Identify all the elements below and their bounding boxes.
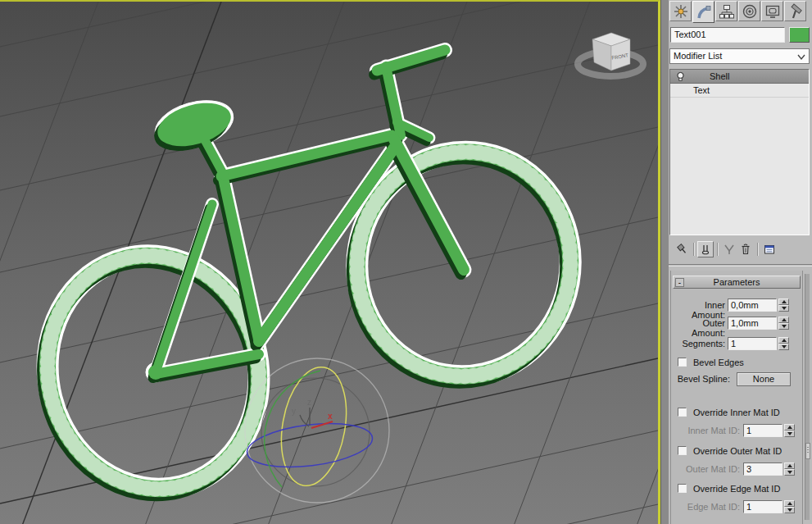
- configure-modifier-sets-button[interactable]: [761, 241, 778, 257]
- bevel-edges-label: Bevel Edges: [693, 358, 744, 367]
- spinner-down-icon[interactable]: [784, 469, 795, 476]
- toolbar-separator: [757, 243, 758, 256]
- outer-amount-label: Outer Amount:: [671, 318, 725, 338]
- spinner-up-icon[interactable]: [778, 298, 789, 305]
- inner-amount-row: Inner Amount: 0,0mm: [671, 298, 802, 312]
- modifier-list-dropdown[interactable]: Modifier List: [669, 48, 810, 64]
- override-edge-mat-checkbox[interactable]: [678, 484, 687, 493]
- override-edge-row: Override Edge Mat ID: [671, 482, 802, 496]
- modify-icon: [696, 4, 712, 21]
- rollout-collapse-icon[interactable]: -: [675, 278, 684, 287]
- outer-amount-spinner[interactable]: [778, 317, 789, 330]
- override-inner-mat-label: Override Inner Mat ID: [693, 408, 780, 417]
- tab-hierarchy[interactable]: [715, 1, 737, 21]
- edge-mat-id-label: Edge Mat ID:: [671, 502, 740, 512]
- segments-label: Segments:: [671, 339, 725, 349]
- outer-mat-id-row: Outer Mat ID: 3: [671, 462, 802, 476]
- segments-spinner[interactable]: [778, 337, 789, 350]
- bevel-spline-none-button[interactable]: None: [737, 372, 791, 386]
- object-name-field[interactable]: Text001: [670, 27, 785, 43]
- edge-mat-id-row: Edge Mat ID: 1: [671, 500, 802, 514]
- spinner-up-icon[interactable]: [778, 317, 789, 323]
- make-unique-icon: [723, 243, 736, 256]
- rollout-title: Parameters: [714, 277, 760, 287]
- edge-mat-id-field[interactable]: 1: [743, 500, 783, 513]
- rotate-gizmo[interactable]: z y x: [245, 358, 389, 503]
- axis-z-label: z: [307, 398, 311, 407]
- spinner-up-icon[interactable]: [784, 462, 795, 469]
- command-panel: Text001 Modifier List Shell Text: [669, 0, 812, 524]
- create-icon: [673, 3, 689, 20]
- outer-mat-id-spinner[interactable]: [784, 462, 795, 476]
- bevel-edges-checkbox[interactable]: [678, 358, 687, 367]
- rollout-scrollbar[interactable]: [805, 274, 810, 520]
- axis-x-label: x: [328, 412, 333, 421]
- override-edge-mat-label: Override Edge Mat ID: [693, 484, 780, 494]
- override-inner-mat-checkbox[interactable]: [678, 408, 687, 417]
- bevel-spline-row: Bevel Spline: None: [671, 372, 802, 386]
- tab-utilities[interactable]: [784, 1, 806, 21]
- outer-mat-id-field[interactable]: 3: [743, 462, 783, 476]
- motion-icon: [742, 3, 758, 20]
- segments-field[interactable]: 1: [728, 337, 777, 350]
- spinner-down-icon[interactable]: [778, 344, 789, 350]
- edge-mat-id-spinner[interactable]: [784, 500, 795, 513]
- inner-mat-id-spinner[interactable]: [784, 424, 795, 437]
- outer-amount-field[interactable]: 1,0mm: [728, 317, 777, 330]
- toolbar-separator: [693, 243, 694, 256]
- override-inner-row: Override Inner Mat ID: [671, 406, 802, 420]
- inner-amount-spinner[interactable]: [778, 298, 789, 312]
- override-outer-row: Override Outer Mat ID: [671, 444, 802, 458]
- remove-modifier-button[interactable]: [737, 241, 754, 257]
- spinner-up-icon[interactable]: [784, 424, 795, 431]
- viewcube[interactable]: FRONT: [578, 33, 643, 76]
- outer-mat-id-label: Outer Mat ID:: [671, 464, 740, 474]
- modifier-stack[interactable]: Shell Text: [669, 69, 810, 235]
- override-outer-mat-label: Override Outer Mat ID: [693, 446, 782, 456]
- inner-mat-id-label: Inner Mat ID:: [671, 426, 740, 435]
- parameters-rollout: - Parameters Inner Amount: 0,0mm Outer A…: [670, 271, 803, 524]
- tab-create[interactable]: [669, 1, 692, 21]
- pin-stack-button[interactable]: [674, 241, 690, 257]
- bevel-edges-row: Bevel Edges: [671, 356, 802, 370]
- modifier-stack-item-text[interactable]: Text: [670, 84, 809, 98]
- modifier-stack-item-shell[interactable]: Shell: [670, 70, 809, 84]
- panel-splitter[interactable]: [660, 0, 669, 524]
- panel-divider: [669, 264, 812, 267]
- tab-modify[interactable]: [692, 1, 714, 23]
- utilities-icon: [787, 3, 804, 20]
- toolbar-separator: [717, 243, 718, 256]
- tab-display[interactable]: [761, 1, 783, 21]
- display-icon: [764, 3, 781, 20]
- viewport-canvas[interactable]: z y x FRONT: [0, 2, 658, 524]
- spinner-down-icon[interactable]: [778, 305, 789, 312]
- inner-amount-field[interactable]: 0,0mm: [728, 298, 777, 312]
- show-end-result-button[interactable]: [697, 241, 714, 257]
- chevron-down-icon: [796, 52, 806, 62]
- show-end-result-icon: [699, 243, 712, 256]
- parameters-rollout-header[interactable]: - Parameters: [673, 276, 801, 289]
- modifier-enabled-bulb-icon[interactable]: [675, 71, 686, 82]
- make-unique-button[interactable]: [721, 241, 737, 257]
- modifier-list-label: Modifier List: [674, 51, 722, 61]
- spinner-up-icon[interactable]: [784, 500, 795, 507]
- spinner-down-icon[interactable]: [778, 323, 789, 330]
- command-panel-tabs: [669, 1, 811, 24]
- pin-stack-icon: [675, 243, 688, 256]
- viewport[interactable]: z y x FRONT: [0, 0, 660, 524]
- gizmo-ring-yellow[interactable]: [273, 362, 355, 491]
- bicycle-object[interactable]: [20, 50, 588, 516]
- tab-motion[interactable]: [738, 1, 760, 21]
- axis-y-label: y: [292, 407, 296, 416]
- rollout-scrollbar-grip[interactable]: [805, 443, 810, 459]
- segments-row: Segments: 1: [671, 337, 802, 351]
- object-color-swatch[interactable]: [789, 27, 810, 43]
- spinner-down-icon[interactable]: [784, 507, 795, 513]
- spinner-down-icon[interactable]: [784, 431, 795, 437]
- stack-toolbar: [669, 239, 812, 259]
- spinner-up-icon[interactable]: [778, 337, 789, 344]
- base-object-label: Text: [693, 84, 710, 97]
- inner-mat-id-field[interactable]: 1: [743, 424, 783, 437]
- override-outer-mat-checkbox[interactable]: [678, 446, 687, 455]
- 3ds-max-window: z y x FRONT: [0, 0, 812, 524]
